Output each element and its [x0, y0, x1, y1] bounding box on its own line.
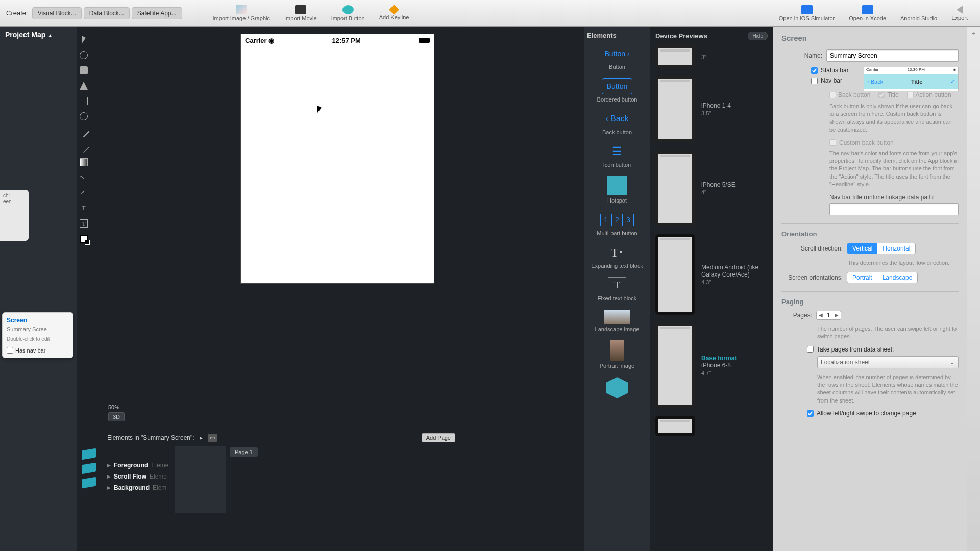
zoom-tool-icon[interactable]	[80, 51, 88, 59]
button-preview-icon: Button ›	[602, 45, 632, 62]
bordered-button-preview-icon: Button	[602, 78, 632, 94]
battery-icon	[419, 38, 430, 43]
xcode-action[interactable]: Open in Xcode	[849, 5, 886, 21]
3d-button[interactable]: 3D	[108, 412, 125, 421]
project-map-title: Project Map ▲	[0, 27, 77, 43]
device-item[interactable]	[655, 416, 768, 436]
screen-section-title: Screen	[781, 34, 959, 42]
chevron-left-icon[interactable]: ◀	[819, 312, 823, 318]
fixed-text-icon: T	[608, 277, 626, 293]
lib-portrait-image[interactable]: Portrait image	[587, 340, 647, 369]
hide-button[interactable]: Hide	[748, 32, 768, 40]
right-tab-strip: +	[967, 27, 980, 551]
device-item[interactable]: 3"	[655, 45, 768, 68]
add-keyline-action[interactable]: Add Keyline	[379, 6, 409, 20]
status-bar-checkbox[interactable]: Status bar	[811, 67, 852, 74]
data-block-pill[interactable]: Data Block...	[84, 7, 130, 19]
export-action[interactable]: Export	[951, 6, 968, 21]
nav-bar-checkbox[interactable]: Nav bar	[811, 77, 852, 84]
phone-frame[interactable]: Carrier ◉ 12:57 PM	[240, 34, 434, 284]
add-tab-icon[interactable]: +	[970, 30, 978, 38]
add-page-button[interactable]: Add Page	[422, 433, 455, 442]
lib-button[interactable]: Button ›Button	[587, 45, 647, 70]
import-image-action[interactable]: Import Image / Graphic	[213, 5, 271, 21]
portrait-image-icon	[610, 340, 624, 361]
import-movie-action[interactable]: Import Movie	[284, 5, 317, 21]
hamburger-icon: ☰	[602, 143, 632, 160]
arrow2-tool-icon[interactable]: ↗	[80, 189, 88, 197]
help-text: The nav bar's color and fonts come from …	[829, 149, 959, 189]
title-checkbox[interactable]: Title	[878, 91, 898, 98]
layer-icon[interactable]	[82, 463, 96, 474]
pointer-tool-icon[interactable]	[82, 36, 86, 44]
layer-icon[interactable]	[82, 477, 96, 489]
help-text: When enabled, the number of pages is det…	[817, 373, 959, 405]
color-swatch-icon[interactable]	[80, 235, 88, 243]
lib-back-button[interactable]: ‹ BackBack button	[587, 111, 647, 135]
brush-tool-icon[interactable]	[78, 126, 90, 138]
landscape-image-icon	[604, 310, 630, 324]
export-icon	[957, 6, 963, 14]
lib-icon-button[interactable]: ☰Icon button	[587, 143, 647, 168]
text-tool-icon[interactable]: T	[80, 204, 88, 212]
content-toggle-icon[interactable]: ▭	[208, 434, 217, 442]
peek-card: ch: een	[0, 190, 29, 241]
lib-expanding-text[interactable]: T▼Expanding text block	[587, 244, 647, 269]
has-navbar-checkbox[interactable]: Has nav bar	[7, 347, 69, 354]
import-button-action[interactable]: Import Button	[331, 5, 365, 21]
name-label: Name:	[781, 52, 822, 59]
lib-more[interactable]	[587, 377, 647, 400]
chevron-right-icon[interactable]: ▶	[835, 312, 839, 318]
linkage-label: Nav bar title runtime linkage data path:	[829, 194, 959, 201]
lib-landscape-image[interactable]: Landscape image	[587, 310, 647, 332]
arrow-tool-icon[interactable]: ↖	[80, 173, 88, 182]
lib-fixed-text[interactable]: TFixed text block	[587, 277, 647, 302]
device-frame-icon	[655, 234, 695, 315]
create-label: Create:	[6, 9, 28, 17]
hand-tool-icon[interactable]	[80, 66, 88, 74]
canvas-area[interactable]: Carrier ◉ 12:57 PM 50% 3D	[91, 27, 584, 429]
device-item[interactable]: iPhone 1-43.5"	[655, 76, 768, 142]
page-tab[interactable]: Page 1	[230, 447, 258, 457]
line-tool-icon[interactable]	[78, 141, 90, 153]
device-frame-icon	[655, 416, 695, 436]
image-icon	[236, 5, 247, 14]
rect-tool-icon[interactable]	[80, 97, 88, 105]
pages-stepper[interactable]: ◀1▶	[816, 311, 841, 320]
element-row[interactable]: ▶ForegroundEleme	[107, 460, 173, 471]
layer-icon[interactable]	[82, 448, 96, 460]
device-item[interactable]: iPhone 5/SE4"	[655, 151, 768, 226]
lib-multipart[interactable]: 123Multi-part button	[587, 212, 647, 236]
device-item[interactable]: Base formatiPhone 6-84.7"	[655, 323, 768, 408]
ios-simulator-action[interactable]: Open in iOS Simulator	[779, 5, 835, 21]
cursor-icon	[317, 106, 322, 113]
visual-block-pill[interactable]: Visual Block...	[32, 7, 82, 19]
orientation-segment[interactable]: PortraitLandscape	[847, 272, 918, 283]
satellite-app-pill[interactable]: Satellite App...	[132, 7, 182, 19]
screen-card[interactable]: Screen Summary Scree Double-click to edi…	[2, 312, 74, 358]
back-button-checkbox[interactable]: Back button	[829, 91, 870, 98]
element-row[interactable]: ▶Scroll FlowEleme	[107, 471, 173, 482]
screen-name-input[interactable]	[826, 49, 959, 62]
ellipse-tool-icon[interactable]	[80, 112, 88, 120]
textbox-tool-icon[interactable]: T	[80, 219, 88, 228]
element-row[interactable]: ▶BackgroundElem	[107, 482, 173, 493]
zoom-label: 50%	[108, 404, 119, 410]
scroll-direction-segment[interactable]: VerticalHorizontal	[847, 243, 916, 254]
pen-tool-icon[interactable]	[80, 82, 88, 90]
android-studio-action[interactable]: Android Studio	[900, 5, 937, 21]
allow-swipe-checkbox[interactable]: Allow left/right swipe to change page	[807, 410, 959, 417]
take-pages-checkbox[interactable]: Take pages from data sheet:	[807, 346, 959, 353]
top-toolbar: Create: Visual Block... Data Block... Sa…	[0, 0, 980, 27]
lib-hotspot[interactable]: Hotspot	[587, 176, 647, 204]
back-button-preview-icon: ‹ Back	[602, 111, 632, 127]
action-button-checkbox[interactable]: Action button	[907, 91, 951, 98]
linkage-input[interactable]	[829, 203, 959, 215]
sheet-select[interactable]: Localization sheet⌄	[817, 356, 959, 368]
pointer-icon[interactable]: ▸	[200, 434, 203, 441]
custom-back-checkbox[interactable]: Custom back button	[829, 139, 959, 146]
device-frame-icon	[655, 323, 695, 408]
device-item[interactable]: Medium Android (like Galaxy Core/Ace)4.3…	[655, 234, 768, 315]
lib-bordered-button[interactable]: ButtonBordered button	[587, 78, 647, 103]
gradient-tool-icon[interactable]	[80, 158, 88, 166]
